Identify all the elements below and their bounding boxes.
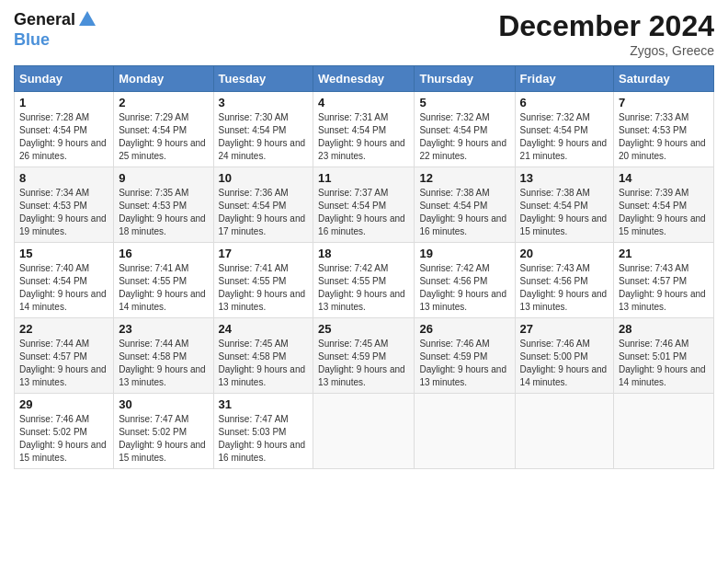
calendar-header-sunday: Sunday bbox=[15, 66, 114, 92]
day-number: 20 bbox=[520, 247, 609, 260]
day-number: 17 bbox=[219, 247, 309, 260]
day-number: 26 bbox=[419, 322, 509, 336]
calendar-cell: 7 Sunrise: 7:33 AM Sunset: 4:53 PM Dayli… bbox=[614, 92, 714, 167]
day-info: Sunrise: 7:32 AM Sunset: 4:54 PM Dayligh… bbox=[520, 111, 609, 163]
calendar-body: 1 Sunrise: 7:28 AM Sunset: 4:54 PM Dayli… bbox=[15, 92, 714, 469]
calendar-week-4: 22 Sunrise: 7:44 AM Sunset: 4:57 PM Dayl… bbox=[15, 318, 714, 394]
day-info: Sunrise: 7:46 AM Sunset: 5:00 PM Dayligh… bbox=[520, 338, 609, 389]
calendar-cell: 24 Sunrise: 7:45 AM Sunset: 4:58 PM Dayl… bbox=[213, 318, 313, 394]
day-number: 23 bbox=[119, 322, 208, 336]
calendar-cell: 11 Sunrise: 7:37 AM Sunset: 4:54 PM Dayl… bbox=[313, 167, 415, 243]
calendar-cell: 29 Sunrise: 7:46 AM Sunset: 5:02 PM Dayl… bbox=[15, 394, 114, 469]
calendar-cell: 15 Sunrise: 7:40 AM Sunset: 4:54 PM Dayl… bbox=[15, 243, 114, 318]
day-number: 4 bbox=[318, 96, 409, 109]
logo-text: General bbox=[14, 9, 97, 31]
calendar-cell: 22 Sunrise: 7:44 AM Sunset: 4:57 PM Dayl… bbox=[15, 318, 114, 394]
calendar-header-monday: Monday bbox=[114, 66, 213, 92]
calendar-cell bbox=[415, 394, 515, 469]
calendar-table: SundayMondayTuesdayWednesdayThursdayFrid… bbox=[14, 65, 714, 469]
day-info: Sunrise: 7:29 AM Sunset: 4:54 PM Dayligh… bbox=[119, 111, 208, 163]
calendar-cell: 5 Sunrise: 7:32 AM Sunset: 4:54 PM Dayli… bbox=[415, 92, 515, 167]
day-number: 12 bbox=[419, 171, 509, 185]
day-info: Sunrise: 7:46 AM Sunset: 5:02 PM Dayligh… bbox=[19, 413, 108, 465]
day-info: Sunrise: 7:31 AM Sunset: 4:54 PM Dayligh… bbox=[318, 111, 409, 163]
day-info: Sunrise: 7:44 AM Sunset: 4:58 PM Dayligh… bbox=[119, 338, 208, 389]
calendar-cell: 20 Sunrise: 7:43 AM Sunset: 4:56 PM Dayl… bbox=[515, 243, 613, 318]
calendar-cell: 1 Sunrise: 7:28 AM Sunset: 4:54 PM Dayli… bbox=[15, 92, 114, 167]
day-info: Sunrise: 7:34 AM Sunset: 4:53 PM Dayligh… bbox=[19, 187, 108, 238]
calendar-cell bbox=[515, 394, 613, 469]
svg-marker-0 bbox=[79, 11, 96, 26]
day-info: Sunrise: 7:30 AM Sunset: 4:54 PM Dayligh… bbox=[219, 111, 309, 163]
calendar-cell: 23 Sunrise: 7:44 AM Sunset: 4:58 PM Dayl… bbox=[114, 318, 213, 394]
day-info: Sunrise: 7:44 AM Sunset: 4:57 PM Dayligh… bbox=[19, 338, 108, 389]
calendar-cell: 19 Sunrise: 7:42 AM Sunset: 4:56 PM Dayl… bbox=[415, 243, 515, 318]
day-info: Sunrise: 7:46 AM Sunset: 4:59 PM Dayligh… bbox=[419, 338, 509, 389]
day-info: Sunrise: 7:47 AM Sunset: 5:03 PM Dayligh… bbox=[219, 413, 309, 465]
calendar-header-friday: Friday bbox=[515, 66, 613, 92]
day-info: Sunrise: 7:41 AM Sunset: 4:55 PM Dayligh… bbox=[119, 262, 208, 314]
calendar-cell: 18 Sunrise: 7:42 AM Sunset: 4:55 PM Dayl… bbox=[313, 243, 415, 318]
logo-blue: Blue bbox=[14, 31, 97, 50]
day-info: Sunrise: 7:39 AM Sunset: 4:54 PM Dayligh… bbox=[619, 187, 709, 238]
calendar-cell: 3 Sunrise: 7:30 AM Sunset: 4:54 PM Dayli… bbox=[213, 92, 313, 167]
calendar-header-thursday: Thursday bbox=[415, 66, 515, 92]
day-number: 11 bbox=[318, 171, 409, 185]
day-number: 13 bbox=[520, 171, 609, 185]
day-number: 22 bbox=[19, 322, 108, 336]
day-number: 31 bbox=[219, 397, 309, 411]
day-number: 14 bbox=[619, 171, 709, 185]
calendar-cell: 27 Sunrise: 7:46 AM Sunset: 5:00 PM Dayl… bbox=[515, 318, 613, 394]
day-number: 6 bbox=[520, 96, 609, 109]
calendar-cell: 17 Sunrise: 7:41 AM Sunset: 4:55 PM Dayl… bbox=[213, 243, 313, 318]
calendar-week-5: 29 Sunrise: 7:46 AM Sunset: 5:02 PM Dayl… bbox=[15, 394, 714, 469]
page-container: General Blue December 2024 Zygos, Greece… bbox=[0, 0, 728, 478]
calendar-cell: 31 Sunrise: 7:47 AM Sunset: 5:03 PM Dayl… bbox=[213, 394, 313, 469]
day-number: 18 bbox=[318, 247, 409, 260]
day-info: Sunrise: 7:32 AM Sunset: 4:54 PM Dayligh… bbox=[419, 111, 509, 163]
calendar-cell: 4 Sunrise: 7:31 AM Sunset: 4:54 PM Dayli… bbox=[313, 92, 415, 167]
day-number: 5 bbox=[419, 96, 509, 109]
calendar-cell: 9 Sunrise: 7:35 AM Sunset: 4:53 PM Dayli… bbox=[114, 167, 213, 243]
calendar-cell: 8 Sunrise: 7:34 AM Sunset: 4:53 PM Dayli… bbox=[15, 167, 114, 243]
day-number: 28 bbox=[619, 322, 709, 336]
day-info: Sunrise: 7:42 AM Sunset: 4:55 PM Dayligh… bbox=[318, 262, 409, 314]
day-number: 21 bbox=[619, 247, 709, 260]
day-info: Sunrise: 7:43 AM Sunset: 4:56 PM Dayligh… bbox=[520, 262, 609, 314]
day-number: 1 bbox=[19, 96, 108, 109]
day-info: Sunrise: 7:40 AM Sunset: 4:54 PM Dayligh… bbox=[19, 262, 108, 314]
calendar-cell: 25 Sunrise: 7:45 AM Sunset: 4:59 PM Dayl… bbox=[313, 318, 415, 394]
calendar-cell: 10 Sunrise: 7:36 AM Sunset: 4:54 PM Dayl… bbox=[213, 167, 313, 243]
calendar-cell: 6 Sunrise: 7:32 AM Sunset: 4:54 PM Dayli… bbox=[515, 92, 613, 167]
day-number: 16 bbox=[119, 247, 208, 260]
calendar-cell: 26 Sunrise: 7:46 AM Sunset: 4:59 PM Dayl… bbox=[415, 318, 515, 394]
day-number: 2 bbox=[119, 96, 208, 109]
day-number: 24 bbox=[219, 322, 309, 336]
day-number: 19 bbox=[419, 247, 509, 260]
calendar-cell bbox=[614, 394, 714, 469]
calendar-cell: 12 Sunrise: 7:38 AM Sunset: 4:54 PM Dayl… bbox=[415, 167, 515, 243]
day-number: 9 bbox=[119, 171, 208, 185]
calendar-cell: 14 Sunrise: 7:39 AM Sunset: 4:54 PM Dayl… bbox=[614, 167, 714, 243]
day-info: Sunrise: 7:38 AM Sunset: 4:54 PM Dayligh… bbox=[419, 187, 509, 238]
day-number: 29 bbox=[19, 397, 108, 411]
day-number: 15 bbox=[19, 247, 108, 260]
day-info: Sunrise: 7:43 AM Sunset: 4:57 PM Dayligh… bbox=[619, 262, 709, 314]
title-area: December 2024 Zygos, Greece bbox=[498, 9, 714, 58]
day-info: Sunrise: 7:45 AM Sunset: 4:59 PM Dayligh… bbox=[318, 338, 409, 389]
day-info: Sunrise: 7:42 AM Sunset: 4:56 PM Dayligh… bbox=[419, 262, 509, 314]
day-info: Sunrise: 7:33 AM Sunset: 4:53 PM Dayligh… bbox=[619, 111, 709, 163]
calendar-cell: 13 Sunrise: 7:38 AM Sunset: 4:54 PM Dayl… bbox=[515, 167, 613, 243]
day-info: Sunrise: 7:37 AM Sunset: 4:54 PM Dayligh… bbox=[318, 187, 409, 238]
calendar-cell: 30 Sunrise: 7:47 AM Sunset: 5:02 PM Dayl… bbox=[114, 394, 213, 469]
calendar-header-tuesday: Tuesday bbox=[213, 66, 313, 92]
day-info: Sunrise: 7:35 AM Sunset: 4:53 PM Dayligh… bbox=[119, 187, 208, 238]
day-number: 8 bbox=[19, 171, 108, 185]
calendar-header-wednesday: Wednesday bbox=[313, 66, 415, 92]
day-info: Sunrise: 7:45 AM Sunset: 4:58 PM Dayligh… bbox=[219, 338, 309, 389]
month-title: December 2024 bbox=[498, 9, 714, 43]
calendar-cell: 21 Sunrise: 7:43 AM Sunset: 4:57 PM Dayl… bbox=[614, 243, 714, 318]
day-info: Sunrise: 7:38 AM Sunset: 4:54 PM Dayligh… bbox=[520, 187, 609, 238]
day-info: Sunrise: 7:28 AM Sunset: 4:54 PM Dayligh… bbox=[19, 111, 108, 163]
day-info: Sunrise: 7:36 AM Sunset: 4:54 PM Dayligh… bbox=[219, 187, 309, 238]
